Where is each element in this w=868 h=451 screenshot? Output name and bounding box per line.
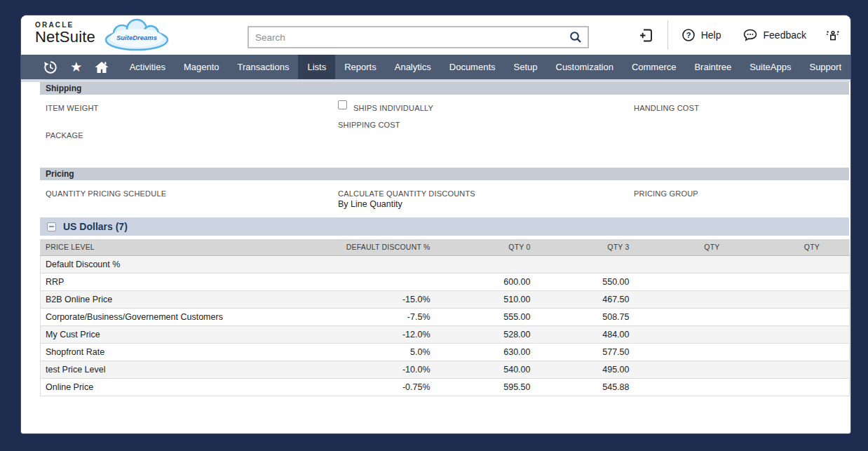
price-value-cell: -10.0% (334, 361, 432, 378)
nav-item-documents[interactable]: Documents (440, 55, 505, 79)
price-value-cell (721, 361, 850, 378)
price-value-cell: 595.50 (432, 378, 532, 396)
price-table-row: Shopfront Rate5.0%630.00577.50 (41, 343, 850, 361)
price-value-cell (721, 325, 850, 343)
price-value-cell (631, 290, 721, 308)
price-value-cell: -0.75% (334, 378, 432, 396)
price-value-cell (631, 325, 721, 343)
price-level-cell: test Price Level (41, 361, 334, 378)
price-value-cell: 510.00 (432, 290, 532, 308)
price-value-cell: 540.00 (432, 361, 532, 378)
price-levels-table: PRICE LEVELDEFAULT DISCOUNT %QTY 0QTY 3Q… (40, 239, 850, 396)
help-label: Help (701, 29, 721, 41)
nav-item-magento[interactable]: Magento (175, 55, 229, 79)
feedback-menu[interactable]: Feedback (742, 28, 806, 42)
price-value-cell: 600.00 (432, 273, 532, 290)
nav-item-suiteapps[interactable]: SuiteApps (740, 55, 800, 79)
price-value-cell (334, 273, 432, 290)
nav-item-transactions[interactable]: Transactions (229, 55, 299, 79)
price-table-row: B2B Online Price-15.0%510.00467.50 (41, 290, 850, 308)
price-table-row: RRP600.00550.00 (41, 273, 850, 290)
price-table-row: Online Price-0.75%595.50545.88 (41, 378, 850, 396)
price-value-cell: 555.00 (432, 308, 532, 325)
nav-item-customization[interactable]: Customization (547, 55, 623, 79)
desktop-background: ORACLE NetSuite SuiteDreams (0, 0, 868, 451)
nav-item-setup[interactable]: Setup (505, 55, 547, 79)
netsuite-logo: ORACLE NetSuite (35, 22, 95, 45)
nav-item-lists[interactable]: Lists (298, 55, 335, 79)
header-actions: ? Help Feedback (638, 15, 850, 55)
recent-records-icon[interactable] (38, 55, 64, 79)
price-value-cell: 467.50 (532, 290, 631, 308)
price-value-cell: 495.00 (532, 361, 631, 378)
global-search (247, 26, 589, 48)
shortcuts-star-icon[interactable]: ★ (64, 55, 90, 79)
help-menu[interactable]: ? Help (681, 28, 721, 42)
price-value-cell (631, 255, 721, 273)
nav-item-commerce[interactable]: Commerce (623, 55, 686, 79)
feedback-icon (742, 28, 758, 42)
calculate-quantity-discounts-value: By Line Quantity (338, 199, 402, 209)
collapse-icon[interactable] (47, 222, 56, 231)
search-icon[interactable] (569, 31, 582, 43)
handling-cost-label: HANDLING COST (634, 104, 699, 112)
netsuite-wordmark: NetSuite (35, 29, 95, 45)
price-value-cell: 508.75 (532, 308, 631, 325)
shipping-cost-label: SHIPPING COST (338, 121, 400, 129)
price-value-cell: -12.0% (334, 325, 432, 343)
price-table-row: My Cust Price-12.0%528.00484.00 (41, 325, 850, 343)
svg-text:?: ? (686, 31, 691, 39)
price-table-row: test Price Level-10.0%540.00495.00 (41, 361, 850, 378)
price-level-cell: B2B Online Price (41, 290, 334, 308)
item-weight-label: ITEM WEIGHT (46, 104, 99, 112)
package-label: PACKAGE (46, 131, 83, 140)
price-value-cell (721, 308, 850, 325)
nav-item-braintree[interactable]: Braintree (685, 55, 740, 79)
price-level-cell: RRP (41, 273, 334, 290)
price-value-cell (631, 361, 721, 378)
price-value-cell (631, 343, 721, 361)
search-input[interactable] (247, 26, 589, 48)
header-divider (667, 20, 668, 50)
quantity-pricing-schedule-label: QUANTITY PRICING SCHEDULE (46, 189, 166, 198)
price-value-cell (432, 255, 532, 273)
price-table-row: Corporate/Business/Governement Customers… (41, 308, 850, 325)
roles-icon[interactable] (825, 27, 841, 43)
price-value-cell: -15.0% (334, 290, 432, 308)
calculate-quantity-discounts-label: CALCULATE QUANTITY DISCOUNTS (338, 189, 475, 198)
column-header: QTY 0 (432, 239, 532, 255)
nav-item-reports[interactable]: Reports (335, 55, 386, 79)
price-value-cell (334, 255, 432, 273)
suitedreams-label: SuiteDreams (116, 34, 157, 41)
price-value-cell: 528.00 (432, 325, 532, 343)
ships-individually-checkbox[interactable] (338, 100, 347, 109)
price-table-header-row: PRICE LEVELDEFAULT DISCOUNT %QTY 0QTY 3Q… (41, 239, 850, 255)
price-value-cell (721, 290, 850, 308)
price-value-cell: 550.00 (532, 273, 631, 290)
help-icon: ? (681, 28, 696, 42)
pricing-section-header: Pricing (40, 168, 849, 180)
price-level-cell: Default Discount % (41, 255, 334, 273)
price-level-cell: Shopfront Rate (41, 343, 334, 361)
home-icon[interactable] (89, 55, 115, 79)
us-dollars-subtab-header[interactable]: US Dollars (7) (40, 217, 849, 236)
price-value-cell: -7.5% (334, 308, 432, 325)
price-value-cell: 545.88 (532, 378, 631, 396)
shipping-section-header: Shipping (40, 82, 849, 95)
nav-item-support[interactable]: Support (800, 55, 850, 79)
price-level-cell: My Cust Price (41, 325, 334, 343)
nav-items: ActivitiesMagentoTransactionsListsReport… (121, 55, 850, 79)
nav-item-analytics[interactable]: Analytics (386, 55, 440, 79)
price-level-cell: Online Price (41, 378, 334, 396)
price-table-row: Default Discount % (41, 255, 850, 273)
top-header-bar: ORACLE NetSuite SuiteDreams (21, 15, 850, 55)
nav-item-activities[interactable]: Activities (121, 55, 175, 79)
price-value-cell (631, 308, 721, 325)
column-header: DEFAULT DISCOUNT % (334, 239, 432, 255)
create-new-icon[interactable] (638, 27, 654, 43)
column-header: QTY 3 (532, 239, 631, 255)
price-table-body: Default Discount %RRP600.00550.00B2B Onl… (41, 255, 850, 396)
item-record-form: Shipping ITEM WEIGHT PACKAGE SHIPS INDIV… (21, 82, 850, 396)
suitedreams-cloud-logo: SuiteDreams (103, 18, 170, 56)
price-value-cell (721, 378, 850, 396)
